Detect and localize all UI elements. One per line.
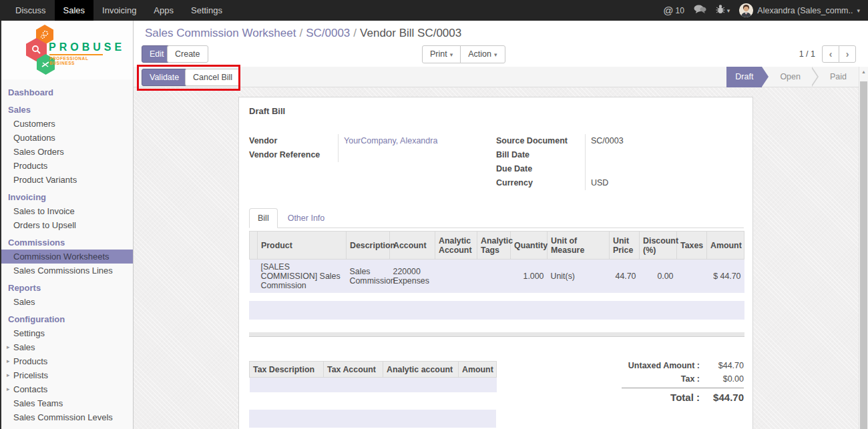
cancel-bill-button[interactable]: Cancel Bill bbox=[185, 69, 240, 86]
state-chevron-icon bbox=[812, 67, 819, 87]
tax-empty-row bbox=[250, 378, 497, 392]
sidebar: PROBUSE PROFESSIONAL BUSINESS Dashboard … bbox=[0, 21, 134, 429]
form-sheet: Draft Bill Vendor YourCompany, Alexandra… bbox=[238, 97, 753, 429]
cell-unit-price[interactable]: 44.70 bbox=[610, 260, 640, 294]
sidebar-heading-invoicing[interactable]: Invoicing bbox=[1, 190, 133, 204]
cell-description[interactable]: Sales Commission bbox=[347, 260, 390, 294]
logo-brand-text: PROBUSE bbox=[49, 41, 125, 53]
row-handle bbox=[250, 260, 258, 294]
sidebar-item-settings[interactable]: Settings bbox=[1, 326, 133, 340]
cell-analytic-tags[interactable] bbox=[477, 260, 511, 294]
vertical-scrollbar[interactable]: ▲ bbox=[859, 67, 868, 429]
col-product: Product bbox=[258, 232, 347, 260]
sidebar-item-config-sales[interactable]: ▸ Sales bbox=[1, 340, 133, 354]
sidebar-item-customers[interactable]: Customers bbox=[1, 117, 133, 131]
untaxed-amount-label: Untaxed Amount : bbox=[628, 359, 700, 372]
field-group-right: Source Document SC/0003 Bill Date Due Da… bbox=[496, 134, 744, 190]
sidebar-item-config-pricelists[interactable]: ▸ Pricelists bbox=[1, 368, 133, 382]
col-tax-analytic-account: Analytic account bbox=[383, 362, 459, 378]
pager-previous-button[interactable]: ‹ bbox=[822, 45, 839, 63]
cell-analytic-account[interactable] bbox=[435, 260, 477, 294]
cell-quantity[interactable]: 1.000 bbox=[511, 260, 548, 294]
cell-discount[interactable]: 0.00 bbox=[640, 260, 677, 294]
breadcrumb-worksheets[interactable]: Sales Commission Worksheet bbox=[145, 27, 296, 39]
currency-label: Currency bbox=[496, 176, 585, 190]
empty-list-row bbox=[249, 301, 744, 320]
sidebar-heading-commissions[interactable]: Commissions bbox=[1, 236, 133, 250]
sidebar-menu: Dashboard Sales Customers Quotations Sal… bbox=[1, 79, 133, 424]
debug-menu[interactable]: ▾ bbox=[716, 4, 730, 17]
sidebar-heading-sales[interactable]: Sales bbox=[1, 103, 133, 117]
sidebar-heading-reports[interactable]: Reports bbox=[1, 281, 133, 295]
handle-column-header bbox=[250, 232, 258, 260]
validate-button[interactable]: Validate bbox=[142, 69, 187, 86]
sidebar-item-label: Contacts bbox=[13, 382, 47, 396]
nav-app-sales[interactable]: Sales bbox=[55, 0, 94, 21]
cell-amount[interactable]: $ 44.70 bbox=[707, 260, 744, 294]
sidebar-item-sales-to-invoice[interactable]: Sales to Invoice bbox=[1, 204, 133, 218]
create-button[interactable]: Create bbox=[167, 45, 208, 63]
sidebar-item-sales-commission-levels[interactable]: Sales Commission Levels bbox=[1, 410, 133, 424]
horizontal-scrollbar[interactable] bbox=[249, 332, 744, 337]
state-draft[interactable]: Draft bbox=[726, 67, 762, 87]
sidebar-item-sales-commissions-lines[interactable]: Sales Commissions Lines bbox=[1, 264, 133, 278]
user-menu[interactable]: Alexandra (Sales_comm.. ▾ bbox=[739, 3, 860, 17]
mentions-counter[interactable]: @ 10 bbox=[663, 5, 684, 16]
avatar bbox=[739, 3, 753, 17]
col-tax-description: Tax Description bbox=[250, 362, 324, 378]
sidebar-item-commission-worksheets[interactable]: Commission Worksheets bbox=[1, 250, 133, 264]
nav-app-invoicing[interactable]: Invoicing bbox=[93, 0, 145, 21]
cell-taxes[interactable] bbox=[677, 260, 707, 294]
sidebar-item-products[interactable]: Products bbox=[1, 159, 133, 173]
sidebar-item-orders-to-upsell[interactable]: Orders to Upsell bbox=[1, 218, 133, 232]
pager-counter: 1 / 1 bbox=[799, 49, 815, 59]
sidebar-item-sales-orders[interactable]: Sales Orders bbox=[1, 145, 133, 159]
state-open[interactable]: Open bbox=[769, 67, 812, 87]
empty-list-row bbox=[249, 410, 496, 428]
invoice-line-row[interactable]: [SALES COMMISSION] Sales Commission Sale… bbox=[250, 260, 744, 294]
breadcrumb-sc0003[interactable]: SC/0003 bbox=[306, 27, 350, 39]
breadcrumb-separator: / bbox=[296, 27, 306, 39]
state-paid[interactable]: Paid bbox=[819, 67, 858, 87]
sidebar-item-quotations[interactable]: Quotations bbox=[1, 131, 133, 145]
col-discount: Discount (%) bbox=[640, 232, 677, 260]
chevron-down-icon: ▾ bbox=[727, 7, 730, 14]
chevron-down-icon: ▾ bbox=[494, 51, 497, 58]
cell-account[interactable]: 220000 Expenses bbox=[390, 260, 435, 294]
vendor-reference-label: Vendor Reference bbox=[249, 148, 338, 162]
sidebar-item-config-products[interactable]: ▸ Products bbox=[1, 354, 133, 368]
tab-bill[interactable]: Bill bbox=[249, 208, 278, 228]
expand-caret-icon: ▸ bbox=[7, 382, 13, 396]
expand-caret-icon: ▸ bbox=[7, 354, 13, 368]
messages-button[interactable] bbox=[694, 5, 706, 17]
vendor-value[interactable]: YourCompany, Alexandra bbox=[338, 134, 484, 148]
nav-app-settings[interactable]: Settings bbox=[182, 0, 231, 21]
breadcrumb-separator: / bbox=[350, 27, 360, 39]
bill-date-value bbox=[585, 148, 744, 162]
tax-label: Tax : bbox=[681, 372, 700, 386]
sidebar-item-config-contacts[interactable]: ▸ Contacts bbox=[1, 382, 133, 396]
due-date-label: Due Date bbox=[496, 162, 585, 176]
scrollbar-up-icon[interactable]: ▲ bbox=[859, 67, 868, 77]
sidebar-item-sales-teams[interactable]: Sales Teams bbox=[1, 396, 133, 410]
tax-value: $0.00 bbox=[700, 372, 744, 386]
nav-app-apps[interactable]: Apps bbox=[145, 0, 182, 21]
col-analytic-tags: Analytic Tags bbox=[477, 232, 511, 260]
action-label: Action bbox=[468, 49, 491, 59]
cell-product[interactable]: [SALES COMMISSION] Sales Commission bbox=[258, 260, 347, 294]
tax-lines-table: Tax Description Tax Account Analytic acc… bbox=[249, 361, 497, 392]
sidebar-item-product-variants[interactable]: Product Variants bbox=[1, 173, 133, 187]
sidebar-item-reports-sales[interactable]: Sales bbox=[1, 295, 133, 309]
cell-uom[interactable]: Unit(s) bbox=[548, 260, 610, 294]
print-dropdown-button[interactable]: Print▾ bbox=[422, 45, 461, 63]
app-menu: Discuss Sales Invoicing Apps Settings bbox=[0, 0, 231, 21]
tab-other-info[interactable]: Other Info bbox=[278, 209, 335, 228]
chevron-down-icon: ▾ bbox=[857, 7, 860, 14]
chevron-down-icon: ▾ bbox=[450, 51, 453, 58]
nav-app-discuss[interactable]: Discuss bbox=[7, 0, 55, 21]
action-dropdown-button[interactable]: Action▾ bbox=[460, 45, 505, 63]
sidebar-heading-configuration[interactable]: Configuration bbox=[1, 312, 133, 326]
sidebar-heading-dashboard[interactable]: Dashboard bbox=[1, 85, 133, 99]
pager-next-button[interactable]: › bbox=[839, 45, 856, 63]
scrollbar-thumb[interactable] bbox=[860, 81, 867, 429]
